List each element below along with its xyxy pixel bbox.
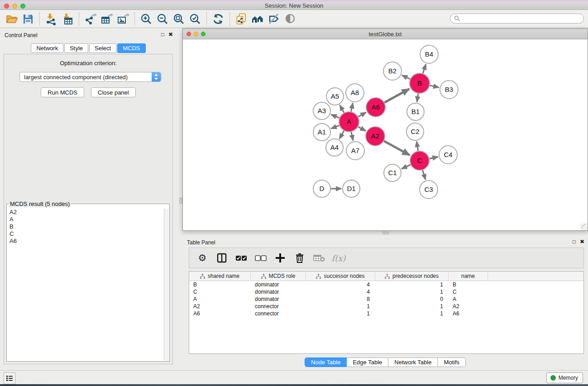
graph-edge[interactable]	[358, 112, 366, 117]
search-field[interactable]	[450, 14, 584, 24]
table-cell[interactable]: C	[449, 289, 488, 295]
graph-edge[interactable]	[430, 86, 439, 87]
mcds-result-item[interactable]: A6	[7, 238, 163, 245]
zoom-selected-icon[interactable]	[188, 12, 202, 26]
table-cell[interactable]: B	[449, 281, 488, 288]
table-cell[interactable]: dominator	[251, 289, 306, 295]
zoom-out-icon[interactable]	[155, 12, 170, 26]
tab-motifs[interactable]: Motifs	[438, 357, 466, 367]
mcds-result-item[interactable]: A2	[7, 209, 163, 216]
table-cell[interactable]: A	[449, 296, 488, 302]
table-cell[interactable]: A6	[189, 310, 251, 317]
graph-edge[interactable]	[340, 105, 344, 113]
export-table-icon[interactable]	[100, 12, 114, 26]
close-panel-button[interactable]: Close panel	[91, 87, 136, 97]
import-network-icon[interactable]	[44, 12, 58, 26]
column-header[interactable]: successor nodes	[306, 272, 375, 281]
graph-edge[interactable]	[417, 94, 418, 102]
column-header[interactable]: name	[449, 272, 488, 281]
graph-edge[interactable]	[423, 64, 426, 73]
memory-button[interactable]: Memory	[546, 372, 583, 383]
mcds-result-item[interactable]: B	[7, 223, 163, 230]
float-table-panel-icon[interactable]: □	[573, 238, 576, 245]
network-canvas[interactable]: B4B2BB3A5A8A6A3AB1A1C2A4A7A2C4CC1C3DD1	[183, 40, 588, 230]
search-input[interactable]	[460, 15, 583, 22]
graph-edge[interactable]	[430, 157, 438, 159]
table-cell[interactable]: dominator	[251, 296, 306, 302]
hide-labels-icon[interactable]	[267, 12, 281, 26]
table-row[interactable]: A2connector11A2	[189, 303, 583, 310]
export-image-icon[interactable]	[116, 12, 130, 26]
float-panel-icon[interactable]: □	[161, 31, 164, 38]
table-row[interactable]: Bdominator41B	[189, 281, 583, 288]
first-neighbors-icon[interactable]	[250, 12, 265, 26]
table-options-icon[interactable]: ⚙	[196, 252, 208, 264]
zoom-fit-icon[interactable]	[172, 12, 186, 26]
mcds-result-item[interactable]: C	[7, 230, 163, 238]
result-scrollbar[interactable]	[164, 209, 169, 361]
zoom-in-icon[interactable]	[139, 12, 153, 26]
table-cell[interactable]: 1	[306, 303, 375, 310]
table-cell[interactable]: 1	[306, 310, 375, 317]
tab-select[interactable]: Select	[89, 43, 116, 53]
graph-edge[interactable]	[402, 75, 410, 79]
export-network-icon[interactable]	[83, 12, 98, 26]
table-cell[interactable]: A2	[189, 303, 251, 310]
tab-node-table[interactable]: Node Table	[305, 357, 347, 367]
close-panel-icon[interactable]: ✖	[168, 31, 173, 38]
mcds-result-item[interactable]: A	[7, 216, 163, 223]
open-file-icon[interactable]	[5, 12, 19, 26]
session-titlebar[interactable]: Session: New Session	[0, 1, 588, 10]
close-table-panel-icon[interactable]: ✖	[580, 238, 584, 245]
table-cell[interactable]: A6	[449, 310, 488, 317]
show-panels-button[interactable]	[4, 372, 15, 384]
create-column-icon[interactable]	[274, 252, 286, 264]
table-row[interactable]: Cdominator41C	[189, 288, 583, 295]
table-cell[interactable]: 1	[375, 310, 449, 317]
graph-edge[interactable]	[331, 114, 339, 118]
show-columns-icon[interactable]	[216, 252, 228, 264]
table-cell[interactable]: A2	[449, 303, 488, 310]
function-builder-icon[interactable]: f(x)	[333, 252, 344, 264]
table-cell[interactable]: connector	[251, 303, 306, 310]
table-row[interactable]: A6connector11A6	[189, 310, 583, 317]
graph-edge[interactable]	[416, 142, 418, 151]
tab-mcds[interactable]: MCDS	[117, 43, 145, 53]
table-cell[interactable]: C	[189, 289, 251, 295]
delete-table-icon[interactable]	[313, 252, 325, 264]
delete-columns-icon[interactable]	[294, 252, 306, 264]
table-cell[interactable]: 1	[375, 303, 449, 310]
graph-edge[interactable]	[384, 89, 409, 103]
graph-edge[interactable]	[339, 131, 344, 139]
run-mcds-button[interactable]: Run MCDS	[41, 87, 84, 97]
graph-edge[interactable]	[423, 170, 426, 180]
graph-edge[interactable]	[331, 125, 339, 129]
table-cell[interactable]: 1	[375, 289, 449, 295]
table-cell[interactable]: connector	[251, 310, 306, 317]
tab-network-table[interactable]: Network Table	[388, 357, 438, 367]
birdseye-view-icon[interactable]	[283, 12, 297, 26]
node-table[interactable]: shared nameMCDS rolesuccessor nodesprede…	[189, 271, 584, 354]
unselect-all-columns-icon[interactable]	[255, 252, 267, 264]
table-cell[interactable]: 4	[306, 281, 375, 288]
graph-edge[interactable]	[351, 132, 353, 141]
horizontal-split-handle[interactable]	[382, 232, 389, 234]
graph-edge[interactable]	[351, 103, 353, 112]
network-window-titlebar[interactable]: testGlobe.txt	[183, 29, 588, 39]
apply-layout-icon[interactable]	[211, 12, 225, 26]
column-header[interactable]: shared name	[189, 272, 251, 281]
graph-edge[interactable]	[358, 127, 366, 131]
table-cell[interactable]: A	[189, 296, 251, 302]
vertical-split-handle[interactable]	[179, 198, 182, 204]
tab-edge-table[interactable]: Edge Table	[347, 357, 388, 367]
select-all-columns-icon[interactable]	[235, 252, 247, 264]
criterion-select[interactable]: largest connected component (directed)	[19, 72, 161, 82]
graph-edge[interactable]	[402, 165, 411, 169]
column-header[interactable]: predecessor nodes	[375, 272, 449, 281]
table-cell[interactable]: 0	[375, 296, 449, 302]
graph-edge[interactable]	[384, 141, 410, 155]
duplicate-network-icon[interactable]	[234, 12, 249, 26]
save-session-icon[interactable]	[21, 12, 35, 26]
table-cell[interactable]: B	[189, 281, 251, 288]
table-cell[interactable]: 1	[375, 281, 449, 288]
